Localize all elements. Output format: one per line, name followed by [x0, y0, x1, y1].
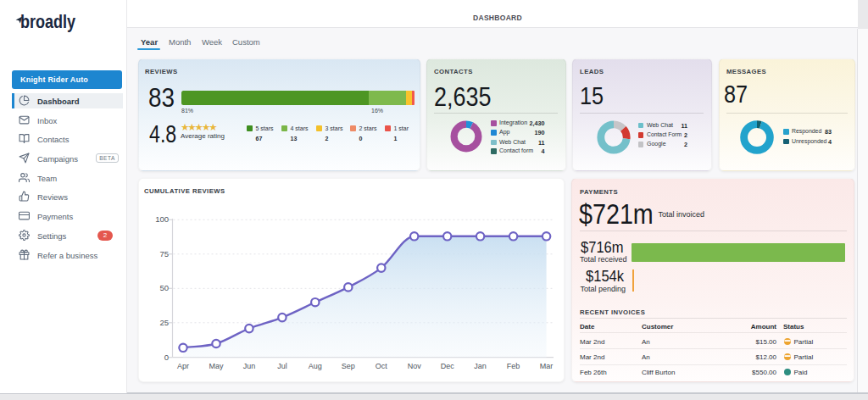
svg-text:Nov: Nov: [408, 362, 422, 370]
svg-text:0: 0: [164, 353, 169, 362]
svg-text:Aug: Aug: [309, 362, 322, 370]
svg-text:Feb: Feb: [507, 362, 520, 370]
svg-text:25: 25: [159, 318, 169, 327]
svg-text:May: May: [209, 362, 224, 370]
svg-text:Mar: Mar: [540, 362, 554, 370]
svg-text:Apr: Apr: [177, 362, 189, 370]
svg-text:100: 100: [155, 214, 169, 224]
svg-text:Jan: Jan: [474, 362, 487, 370]
svg-text:75: 75: [159, 249, 169, 258]
svg-text:Jun: Jun: [243, 362, 256, 370]
svg-text:Dec: Dec: [441, 362, 455, 370]
svg-text:Oct: Oct: [376, 362, 388, 370]
svg-text:Sep: Sep: [342, 362, 355, 370]
svg-text:Jul: Jul: [277, 362, 287, 370]
svg-text:50: 50: [159, 283, 169, 292]
